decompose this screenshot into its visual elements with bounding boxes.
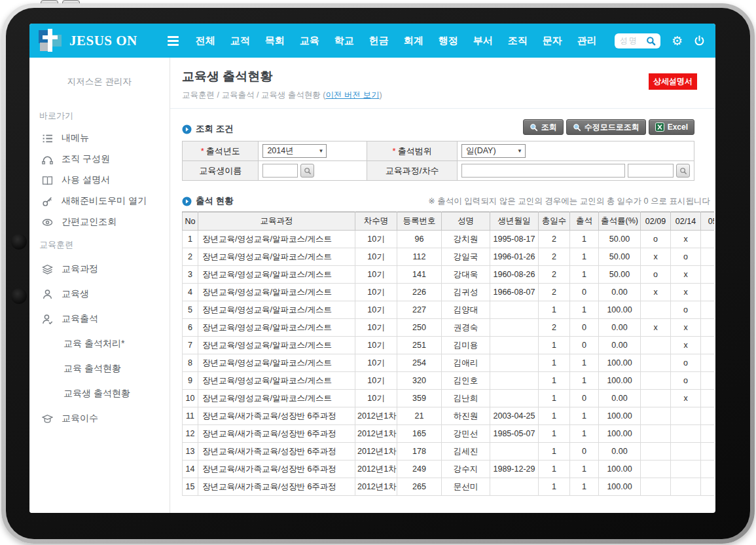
table-cell: 2003-04-25 (490, 407, 539, 425)
sidebar-item-label: 새해준비도우미 열기 (62, 195, 147, 207)
course-search-button[interactable] (676, 164, 690, 178)
sidebar-item-newyear-helper[interactable]: 새해준비도우미 열기 (29, 191, 170, 212)
nav-item-all[interactable]: 전체 (196, 35, 215, 47)
nav-item-department[interactable]: 부서 (473, 35, 493, 47)
table-cell (490, 319, 539, 337)
course-input[interactable] (461, 164, 625, 178)
hamburger-menu-icon[interactable] (168, 36, 179, 46)
sidebar-item-edu-completion[interactable]: 교육이수 (29, 406, 170, 431)
table-cell: 4 (183, 284, 198, 301)
table-cell: 254 (397, 354, 442, 372)
sidebar-item-user-manual[interactable]: 사용 설명서 (29, 170, 170, 191)
table-cell: 2012년1차 (355, 425, 397, 443)
table-cell (701, 231, 715, 248)
table-cell: 10기 (355, 301, 397, 319)
table-cell: 10기 (355, 266, 397, 284)
attendance-year-select[interactable]: 2014년▼ (262, 144, 327, 158)
nav-item-manage[interactable]: 관리 (577, 35, 597, 47)
table-cell: 10기 (355, 390, 397, 407)
search-button[interactable]: 조회 (523, 119, 564, 135)
nav-item-records[interactable]: 교적 (230, 35, 250, 47)
key-icon (42, 196, 53, 207)
table-cell: 0.00 (599, 390, 641, 407)
edit-mode-search-button[interactable]: 수정모드로조회 (566, 119, 646, 135)
sidebar-item-my-menu[interactable]: 내메뉴 (29, 128, 170, 149)
sidebar-section-label: 교육훈련 (29, 233, 170, 257)
table-cell (490, 443, 539, 460)
table-cell: 50.00 (599, 266, 641, 284)
attendance-table: No교육과정차수명등록번호성명생년월일총일수출석출석률(%)02/0902/14… (182, 212, 714, 496)
attendance-range-select[interactable]: 일(DAY)▼ (461, 144, 526, 158)
table-cell: 0.00 (599, 443, 641, 460)
sidebar-item-simple-member-search[interactable]: 간편교인조회 (29, 212, 170, 233)
table-cell (641, 337, 671, 354)
app-header: JESUS ON 전체교적목회교육학교헌금회계행정부서조직문자관리 ⚙ (29, 24, 715, 58)
tablet-side-button (11, 234, 27, 250)
table-cell: 1 (539, 372, 570, 390)
table-cell: 96 (397, 231, 442, 248)
settings-gear-icon[interactable]: ⚙ (672, 35, 683, 47)
sidebar-item-org-members[interactable]: 조직 구성원 (29, 149, 170, 170)
sidebar-item-edu-student-attendance-status[interactable]: 교육생 출석현황 (29, 381, 170, 406)
sidebar-item-edu-student[interactable]: 교육생 (29, 282, 170, 307)
column-header: No (183, 212, 198, 231)
layers-icon (42, 264, 53, 275)
nav-item-accounting[interactable]: 회계 (404, 35, 423, 47)
table-cell: 2 (539, 266, 570, 284)
sidebar-item-label: 교육생 출석현황 (63, 388, 130, 400)
sidebar-item-edu-attendance[interactable]: 교육출석 (29, 307, 170, 331)
table-cell (641, 301, 671, 319)
search-icon[interactable] (646, 36, 656, 46)
table-cell: 9 (183, 372, 198, 390)
detail-manual-button[interactable]: 상세설명서 (649, 73, 697, 90)
table-cell: 강대욱 (442, 266, 490, 284)
sidebar-item-label: 내메뉴 (62, 132, 89, 144)
sidebar-item-label: 교육출석 (62, 313, 98, 325)
table-cell (641, 390, 671, 407)
table-cell: 112 (397, 248, 442, 266)
table-cell: 0 (570, 443, 599, 460)
nav-item-ministry[interactable]: 목회 (265, 35, 285, 47)
excel-button[interactable]: Excel (649, 119, 694, 135)
table-cell: 2012년1차 (355, 443, 397, 460)
table-cell: 1 (183, 231, 198, 248)
previous-version-link[interactable]: 이전 버전 보기 (325, 90, 379, 100)
sidebar-item-edu-course[interactable]: 교육과정 (29, 257, 170, 282)
table-cell (701, 425, 715, 443)
sidebar-item-edu-attendance-process[interactable]: 교육 출석처리* (29, 331, 170, 356)
chevron-down-icon: ▼ (517, 148, 522, 154)
table-cell: x (641, 248, 671, 266)
table-cell: 50.00 (599, 248, 641, 266)
table-cell: 장년교육/영성교육/알파코스/게스트 (198, 231, 355, 248)
table-cell: 0.00 (599, 337, 641, 354)
table-cell: x (671, 231, 701, 248)
student-name-input[interactable] (262, 164, 298, 178)
table-cell: o (641, 266, 671, 284)
list-icon (42, 133, 53, 144)
nav-item-school[interactable]: 학교 (334, 35, 354, 47)
name-search-box[interactable] (615, 33, 660, 48)
user-icon (42, 289, 53, 300)
table-cell: x (671, 284, 701, 301)
power-icon[interactable] (694, 35, 705, 47)
logo-text: JESUS ON (69, 33, 137, 49)
year-label-cell: *출석년도 (183, 141, 259, 161)
app-logo[interactable]: JESUS ON (39, 29, 137, 52)
nav-item-sms[interactable]: 문자 (543, 35, 562, 47)
name-search-input[interactable] (620, 36, 646, 45)
table-cell (671, 478, 701, 496)
attendance-table-wrapper: No교육과정차수명등록번호성명생년월일총일수출석출석률(%)02/0902/14… (182, 212, 714, 496)
admin-profile-link[interactable]: 지저스온 관리자 (29, 69, 170, 103)
nav-item-offering[interactable]: 헌금 (369, 35, 389, 47)
table-cell: 100.00 (599, 478, 641, 496)
table-cell (671, 425, 701, 443)
course-order-input[interactable] (628, 164, 674, 178)
table-cell: 227 (397, 301, 442, 319)
nav-item-education[interactable]: 교육 (300, 35, 319, 47)
sidebar-item-edu-attendance-status[interactable]: 교육 출석현황 (29, 356, 170, 381)
student-name-search-button[interactable] (300, 164, 314, 178)
nav-item-organization[interactable]: 조직 (508, 35, 528, 47)
table-cell (490, 372, 539, 390)
nav-item-administration[interactable]: 행정 (439, 35, 458, 47)
page-header: 교육생 출석현황 교육훈련 / 교육출석 / 교육생 출석현황 (이전 버전 보… (170, 58, 715, 109)
